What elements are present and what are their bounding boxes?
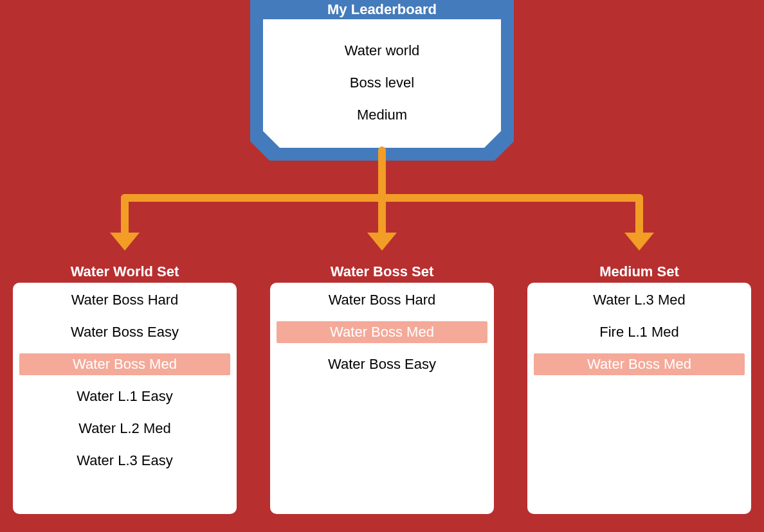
set-title: Water Boss Set — [331, 263, 434, 279]
set-item: Water Boss Hard — [71, 292, 179, 308]
set-item: Fire L.1 Med — [599, 324, 679, 340]
set-item: Water Boss Hard — [329, 292, 436, 308]
set-item: Water Boss Med — [330, 324, 434, 340]
leaderboard-row: Medium — [357, 107, 407, 123]
set-item: Water L.3 Easy — [77, 452, 173, 468]
set-item: Water Boss Easy — [328, 356, 436, 372]
set-item: Water Boss Med — [73, 356, 177, 372]
leaderboard-row: Boss level — [350, 75, 414, 91]
set-title: Medium Set — [599, 263, 679, 279]
leaderboard-title: My Leaderboard — [327, 1, 437, 17]
set-item: Water L.3 Med — [593, 292, 685, 308]
set-title: Water World Set — [71, 263, 179, 279]
set-card — [270, 283, 494, 514]
set-card — [527, 283, 751, 514]
set-item: Water Boss Easy — [71, 324, 179, 340]
set-item: Water Boss Med — [587, 356, 691, 372]
leaderboard-row: Water world — [345, 42, 420, 58]
set-item: Water L.2 Med — [78, 420, 170, 436]
set-item: Water L.1 Easy — [77, 388, 173, 404]
